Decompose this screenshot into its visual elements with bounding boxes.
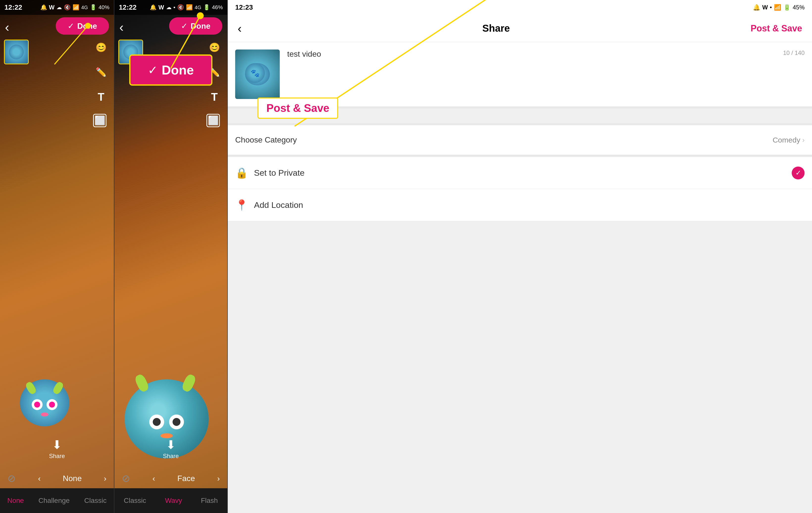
left-emoji-icon[interactable]: 😊 — [93, 39, 109, 55]
left-notification-icon: 🔔 — [40, 4, 47, 11]
middle-done-highlight-check: ✓ — [148, 63, 158, 77]
left-thumbnail[interactable] — [4, 39, 29, 64]
left-done-label: Done — [77, 22, 97, 31]
right-category-chevron-icon: › — [802, 136, 805, 144]
middle-done-label: Done — [191, 22, 210, 31]
right-separator-2 — [228, 155, 812, 157]
middle-filter-tabs: Classic Wavy Flash — [114, 488, 227, 513]
left-filter-tab-challenge[interactable]: Challenge — [34, 495, 74, 507]
middle-text-icon[interactable]: T — [206, 89, 222, 105]
left-nav-bar: ‹ ✓ Done — [0, 15, 114, 37]
right-post-save-header-button[interactable]: Post & Save — [751, 23, 802, 34]
left-right-toolbar: 😊 ✏️ T ⬜ — [93, 39, 109, 127]
middle-frame-icon[interactable]: ⬜ — [206, 114, 220, 127]
right-signal-icon: 📶 — [774, 4, 781, 11]
left-filter-nav: ⊘ ‹ None › — [0, 469, 114, 488]
left-w-icon: W — [49, 4, 55, 11]
middle-filter-current: Face — [177, 474, 195, 483]
left-filter-tabs: None Challenge Classic — [0, 488, 114, 513]
right-private-check-icon[interactable]: ✓ — [792, 167, 805, 179]
left-filter-prev-arrow[interactable]: ‹ — [38, 474, 40, 483]
right-status-bar: 12:23 🔔 W • 📶 🔋 45% — [228, 0, 812, 15]
left-pen-icon[interactable]: ✏️ — [93, 64, 109, 80]
middle-mute-icon: 🔇 — [177, 4, 184, 11]
left-done-check-icon: ✓ — [67, 21, 74, 31]
right-header-title: Share — [482, 23, 510, 34]
right-category-value-container: Comedy › — [773, 136, 805, 144]
left-back-button[interactable]: ‹ — [5, 20, 9, 35]
right-location-label: Add Location — [254, 200, 303, 210]
middle-emoji-icon[interactable]: 😊 — [206, 39, 222, 55]
middle-share-icon[interactable]: ⬇ — [166, 438, 176, 452]
middle-w-icon: W — [158, 4, 164, 11]
left-filter-tab-classic[interactable]: Classic — [80, 495, 110, 507]
left-phone-panel: 12:22 🔔 W ☁ 🔇 📶 4G 🔋 40% ‹ ✓ Done 😊 ✏️ T… — [0, 0, 114, 513]
middle-status-time: 12:22 — [119, 3, 137, 11]
middle-battery-text: 46% — [212, 4, 223, 11]
middle-bottom-share: ⬇ Share — [114, 434, 227, 463]
left-status-icons: 🔔 W ☁ 🔇 📶 4G 🔋 40% — [40, 4, 109, 11]
left-mute-icon: 🔇 — [64, 4, 70, 11]
middle-done-check-icon: ✓ — [181, 21, 187, 31]
left-filter-nav-circle-icon[interactable]: ⊘ — [7, 473, 16, 484]
left-battery-icon: 🔋 — [90, 4, 96, 11]
right-share-header: ‹ Share Post & Save — [228, 15, 812, 42]
middle-filter-tab-flash[interactable]: Flash — [197, 495, 222, 507]
right-back-button[interactable]: ‹ — [238, 22, 242, 35]
right-battery-text: 45% — [793, 4, 805, 11]
left-furby-toy — [20, 380, 69, 426]
middle-done-button[interactable]: ✓ Done — [169, 17, 222, 35]
left-frame-icon[interactable]: ⬜ — [93, 114, 107, 127]
middle-filter-prev-arrow[interactable]: ‹ — [152, 474, 155, 483]
middle-back-button[interactable]: ‹ — [119, 20, 123, 35]
middle-phone-panel: 12:22 🔔 W ☁ • 🔇 📶 4G 🔋 46% ‹ ✓ Done 😊 ✏️… — [114, 0, 228, 513]
right-post-save-annotation-text: Post & Save — [266, 102, 329, 114]
middle-nav-bar: ‹ ✓ Done — [114, 15, 227, 37]
left-filter-tab-none[interactable]: None — [3, 495, 28, 507]
right-set-to-private-row[interactable]: 🔒 Set to Private ✓ — [228, 157, 812, 189]
right-add-location-row[interactable]: 📍 Add Location — [228, 189, 812, 221]
right-private-label: Set to Private — [254, 168, 304, 178]
left-share-label: Share — [49, 453, 65, 459]
left-4g-icon: 4G — [81, 5, 88, 10]
middle-notification-icon: 🔔 — [150, 4, 156, 11]
middle-bullet-icon: • — [174, 4, 176, 11]
left-filter-next-arrow[interactable]: › — [104, 474, 107, 483]
left-done-button[interactable]: ✓ Done — [56, 17, 109, 35]
right-caption-text[interactable]: test video — [287, 50, 805, 59]
right-status-icons: 🔔 W • 📶 🔋 45% — [753, 4, 805, 11]
right-category-row[interactable]: Choose Category Comedy › — [228, 125, 812, 155]
right-bullet-icon: • — [770, 4, 772, 11]
middle-status-icons: 🔔 W ☁ • 🔇 📶 4G 🔋 46% — [150, 4, 223, 11]
left-status-bar: 12:22 🔔 W ☁ 🔇 📶 4G 🔋 40% — [0, 0, 114, 15]
middle-done-highlight-label: Done — [162, 63, 194, 78]
right-status-time: 12:23 — [235, 3, 253, 11]
middle-filter-nav: ⊘ ‹ Face › — [114, 469, 227, 488]
right-w-icon: W — [762, 4, 768, 11]
right-video-preview-row: 🐾 test video 10 / 140 Post & Save — [228, 42, 812, 109]
right-category-label: Choose Category — [235, 135, 297, 145]
right-char-count: 10 / 140 — [783, 50, 805, 56]
right-video-thumb-furby: 🐾 — [245, 63, 270, 85]
middle-share-label: Share — [163, 453, 179, 459]
right-video-thumbnail: 🐾 — [235, 50, 280, 99]
left-text-icon[interactable]: T — [93, 89, 109, 105]
right-post-save-annotation-box: Post & Save — [258, 97, 338, 119]
middle-done-highlight-box[interactable]: ✓ Done — [129, 55, 212, 86]
left-cloud-icon: ☁ — [56, 4, 62, 11]
left-status-time: 12:22 — [4, 3, 22, 11]
middle-status-bar: 12:22 🔔 W ☁ • 🔇 📶 4G 🔋 46% — [114, 0, 227, 15]
middle-filter-next-arrow[interactable]: › — [217, 474, 220, 483]
middle-signal-icon: 📶 — [186, 4, 193, 11]
right-notification-icon: 🔔 — [753, 4, 760, 11]
middle-battery-icon: 🔋 — [203, 4, 210, 11]
left-share-icon[interactable]: ⬇ — [52, 438, 62, 452]
middle-filter-tab-classic[interactable]: Classic — [120, 495, 150, 507]
middle-filter-nav-circle-icon[interactable]: ⊘ — [122, 473, 130, 484]
middle-4g-icon: 4G — [195, 5, 201, 10]
middle-filter-tab-wavy[interactable]: Wavy — [161, 495, 186, 507]
right-caption-area: test video — [287, 50, 805, 64]
left-bottom-share: ⬇ Share — [0, 434, 114, 463]
right-private-option-left: 🔒 Set to Private — [235, 167, 304, 179]
right-battery-icon: 🔋 — [783, 4, 791, 11]
